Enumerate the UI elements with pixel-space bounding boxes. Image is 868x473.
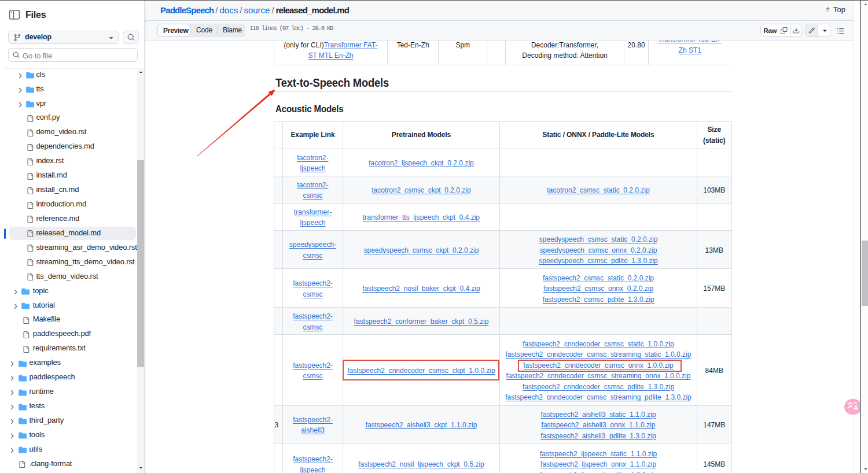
svg-text:A: A (854, 404, 858, 411)
